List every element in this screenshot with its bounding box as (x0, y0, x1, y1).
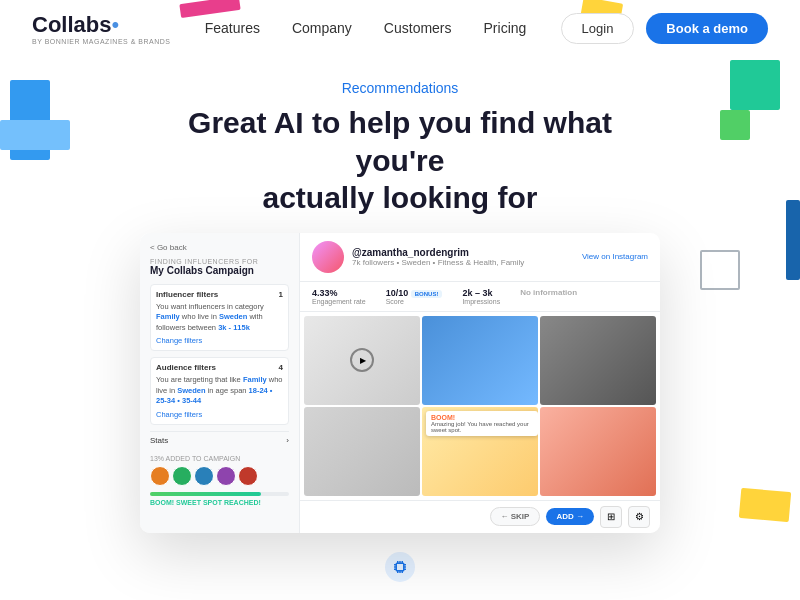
avatar-5 (238, 466, 258, 486)
logo-subtitle: BY BONNIER MAGAZINES & BRANDS (32, 38, 170, 45)
left-panel: < Go back FINDING INFLUENCERS FOR My Col… (140, 233, 300, 533)
settings-icon[interactable]: ⚙ (628, 506, 650, 528)
logo: Collabs• BY BONNIER MAGAZINES & BRANDS (32, 12, 170, 45)
avatar-4 (216, 466, 236, 486)
hero-title: Great AI to help you find what you're ac… (150, 104, 650, 217)
added-label: 13% ADDED TO CAMPAIGN (150, 455, 289, 462)
add-button[interactable]: ADD → (546, 508, 594, 525)
nav-actions: Login Book a demo (561, 13, 768, 44)
change-audience-filters[interactable]: Change filters (156, 410, 283, 419)
grid-image-1: ▶ (304, 316, 420, 405)
score-stat: 10/10 BONUS! Score (386, 288, 443, 305)
avatar-1 (150, 466, 170, 486)
logo-text: Collabs• (32, 12, 170, 38)
audience-filters: Audience filters 4 You are targeting tha… (150, 357, 289, 425)
navbar: Collabs• BY BONNIER MAGAZINES & BRANDS F… (0, 0, 800, 56)
nav-company[interactable]: Company (292, 20, 352, 36)
avatar-2 (172, 466, 192, 486)
profile-avatar (312, 241, 344, 273)
no-info-stat: No information (520, 288, 577, 305)
boom-label: BOOM! SWEET SPOT REACHED! (150, 499, 289, 506)
grid-image-3 (540, 316, 656, 405)
profile-name: @zamantha_nordengrim (352, 247, 574, 258)
campaign-name: My Collabs Campaign (150, 265, 289, 276)
nav-customers[interactable]: Customers (384, 20, 452, 36)
change-influencer-filters[interactable]: Change filters (156, 336, 283, 345)
grid-view-icon[interactable]: ⊞ (600, 506, 622, 528)
mockup-window: < Go back FINDING INFLUENCERS FOR My Col… (140, 233, 660, 533)
nav-links: Features Company Customers Pricing (205, 19, 527, 37)
campaign-avatars (150, 466, 289, 486)
hero-section: Recommendations Great AI to help you fin… (0, 56, 800, 233)
boom-overlay: BOOM! Amazing job! You have reached your… (426, 411, 538, 436)
grid-image-2 (422, 316, 538, 405)
skip-button[interactable]: ← SKIP (490, 507, 541, 526)
image-grid: ▶ BOOM! Amazing job! You have reached (300, 312, 660, 500)
svg-rect-0 (396, 563, 404, 571)
avatar-3 (194, 466, 214, 486)
sweet-spot-fill (150, 492, 261, 496)
login-button[interactable]: Login (561, 13, 635, 44)
nav-pricing[interactable]: Pricing (484, 20, 527, 36)
finding-label: FINDING INFLUENCERS FOR (150, 258, 289, 265)
logo-dot: • (111, 12, 119, 37)
grid-image-5: BOOM! Amazing job! You have reached your… (422, 407, 538, 496)
audience-filter-body: You are targeting that like Family who l… (156, 375, 283, 407)
influencer-filter-body: You want influencers in category Family … (156, 302, 283, 334)
right-panel: @zamantha_nordengrim 7k followers • Swed… (300, 233, 660, 533)
deco-yellow2 (739, 488, 791, 522)
profile-meta: 7k followers • Sweden • Fitness & Health… (352, 258, 574, 267)
impressions-stat: 2k – 3k Impressions (462, 288, 500, 305)
engagement-stat: 4.33% Engagement rate (312, 288, 366, 305)
deco-gray-outline (700, 250, 740, 290)
bottom-chip-icon (385, 552, 415, 582)
sweet-spot-bar (150, 492, 289, 496)
chip-svg (391, 558, 409, 576)
stats-header: 4.33% Engagement rate 10/10 BONUS! Score… (300, 282, 660, 312)
score-badge: BONUS! (411, 290, 443, 298)
app-mockup: < Go back FINDING INFLUENCERS FOR My Col… (140, 233, 660, 533)
profile-info: @zamantha_nordengrim 7k followers • Swed… (352, 247, 574, 267)
grid-image-6 (540, 407, 656, 496)
book-demo-button[interactable]: Book a demo (646, 13, 768, 44)
profile-header: @zamantha_nordengrim 7k followers • Swed… (300, 233, 660, 282)
view-instagram-link[interactable]: View on Instagram (582, 252, 648, 261)
play-button[interactable]: ▶ (350, 348, 374, 372)
influencer-filters: Influencer filters 1 You want influencer… (150, 284, 289, 352)
grid-image-4 (304, 407, 420, 496)
back-button[interactable]: < Go back (150, 243, 289, 252)
hero-tag: Recommendations (0, 80, 800, 96)
nav-features[interactable]: Features (205, 20, 260, 36)
stats-row: Stats › (150, 431, 289, 449)
action-bar: ← SKIP ADD → ⊞ ⚙ (300, 500, 660, 533)
